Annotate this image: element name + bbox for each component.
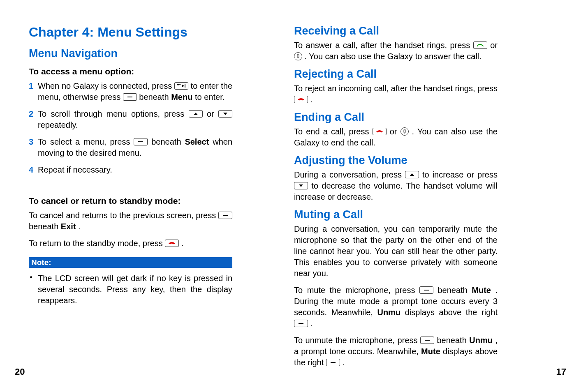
step-text: beneath [151, 137, 185, 146]
paragraph-text: or [390, 127, 400, 136]
up-key-icon [189, 110, 203, 118]
paragraph-text: To unmute the microphone, press [294, 336, 420, 345]
menu-access-steps: When no Galaxy is connected, press to en… [29, 81, 232, 181]
step-text: beneath [139, 92, 171, 101]
paragraph-text: . [342, 358, 345, 367]
note-label: Note: [29, 257, 232, 268]
subheading-cancel-standby: To cancel or return to standby mode: [29, 196, 232, 206]
note-bullet-item: The LCD screen will get dark if no key i… [29, 273, 232, 306]
answer-call-key-icon [473, 42, 487, 49]
step-1: When no Galaxy is connected, press to en… [29, 81, 232, 103]
down-key-icon [294, 182, 308, 189]
end-call-key-icon [165, 240, 179, 247]
svg-marker-4 [223, 113, 227, 115]
subheading-access-menu: To access a menu option: [29, 67, 232, 76]
section-heading-volume: Adjusting the Volume [294, 154, 498, 167]
chapter-title: Chapter 4: Menu Settings [29, 25, 232, 40]
step-text: To select a menu, press [38, 137, 134, 146]
paragraph-text: displays above the right [405, 308, 498, 317]
paragraph-text: . You can also use the Galaxy to answer … [305, 52, 481, 61]
step-text: Repeat if necessary. [38, 165, 112, 174]
ending-paragraph: To end a call, press or . You can also u… [294, 126, 498, 148]
svg-marker-3 [194, 113, 198, 115]
step-text: or [207, 109, 218, 118]
step-text: repeatedly. [38, 120, 78, 129]
note-bullets: The LCD screen will get dark if no key i… [29, 273, 232, 306]
paragraph-text: . [310, 319, 313, 328]
svg-marker-13 [410, 173, 414, 176]
paragraph-text: To end a call, press [294, 127, 373, 136]
page-number-right: 17 [556, 367, 566, 377]
paragraph-text: beneath [29, 222, 61, 231]
section-heading-rejecting: Rejecting a Call [294, 68, 498, 81]
softkey-dash-icon [419, 286, 433, 294]
paragraph-bold: Unmu [469, 336, 493, 345]
paragraph-text: beneath [437, 286, 472, 295]
svg-rect-1 [185, 84, 185, 88]
svg-rect-11 [404, 130, 405, 130]
step-bold: Menu [171, 92, 192, 101]
right-column: Receiving a Call To answer a call, after… [294, 25, 498, 368]
step-3: To select a menu, press beneath Select w… [29, 136, 232, 159]
page-number-left: 20 [15, 367, 25, 377]
softkey-dash-icon [218, 212, 232, 219]
paragraph-text: to increase or press [422, 170, 498, 179]
down-key-icon [218, 110, 232, 118]
softkey-dash-icon [123, 93, 137, 101]
softkey-dash-icon [326, 359, 340, 366]
paragraph-bold: Mute [421, 347, 440, 356]
speaker-key-icon [294, 52, 302, 60]
paragraph-text: . [78, 222, 81, 231]
step-text: To scroll through menu options, press [38, 109, 189, 118]
end-call-key-icon [373, 128, 387, 135]
paragraph-text: To mute the microphone, press [294, 286, 419, 295]
paragraph-text: beneath [437, 336, 470, 345]
svg-marker-0 [182, 84, 184, 88]
svg-rect-8 [298, 55, 299, 55]
paragraph-text: To return to the standby mode, press [29, 239, 165, 248]
paragraph-bold: Mute [472, 286, 491, 295]
up-key-icon [405, 171, 419, 178]
paragraph-bold: Exit [61, 222, 76, 231]
softkey-dash-icon [294, 320, 308, 327]
paragraph-bold: Unmu [377, 308, 400, 317]
music-play-key-icon [174, 82, 188, 90]
end-call-key-icon [294, 96, 308, 103]
section-heading-muting: Muting a Call [294, 208, 498, 221]
rejecting-paragraph: To reject an incoming call, after the ha… [294, 83, 498, 105]
receiving-paragraph: To answer a call, after the handset ring… [294, 40, 498, 62]
standby-paragraph: To return to the standby mode, press . [29, 238, 232, 249]
left-column: Chapter 4: Menu Settings Menu Navigation… [29, 25, 232, 368]
paragraph-text: To answer a call, after the handset ring… [294, 41, 473, 50]
step-bold: Select [185, 137, 209, 146]
muting-paragraph-1: During a conversation, you can temporari… [294, 224, 498, 279]
section-heading-receiving: Receiving a Call [294, 25, 498, 37]
paragraph-text: to decrease the volume. The handset volu… [294, 181, 498, 201]
paragraph-text: During a conversation, press [294, 170, 405, 179]
section-heading-menu-navigation: Menu Navigation [29, 47, 232, 60]
step-2: To scroll through menu options, press or… [29, 108, 232, 131]
paragraph-text: To reject an incoming call, after the ha… [294, 84, 498, 93]
paragraph-text: . [181, 239, 184, 248]
step-text: to enter. [195, 92, 225, 101]
paragraph-text: To cancel and returns to the previous sc… [29, 211, 218, 220]
manual-page-spread: Chapter 4: Menu Settings Menu Navigation… [0, 0, 581, 376]
cancel-paragraph: To cancel and returns to the previous sc… [29, 210, 232, 232]
section-heading-ending: Ending a Call [294, 111, 498, 124]
paragraph-text: . [310, 95, 313, 104]
muting-paragraph-2: To mute the microphone, press beneath Mu… [294, 285, 498, 329]
softkey-dash-icon [420, 337, 434, 344]
muting-paragraph-3: To unmute the microphone, press beneath … [294, 335, 498, 368]
step-text: When no Galaxy is connected, press [38, 81, 174, 90]
speaker-key-icon [400, 127, 409, 136]
softkey-dash-icon [134, 138, 148, 145]
volume-paragraph: During a conversation, press to increase… [294, 169, 498, 203]
svg-marker-14 [299, 184, 303, 187]
paragraph-text: or [490, 41, 498, 50]
step-4: Repeat if necessary. [29, 164, 232, 175]
